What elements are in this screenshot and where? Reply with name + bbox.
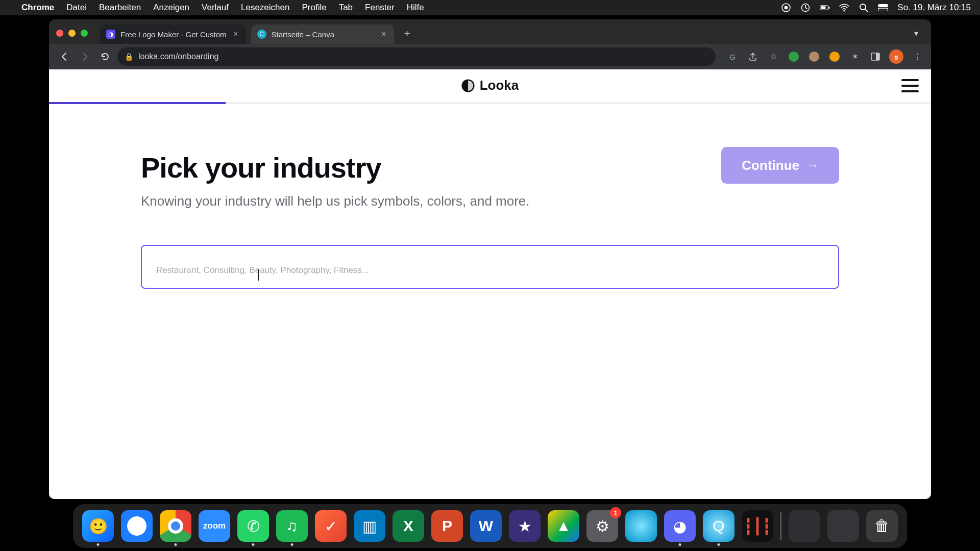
ppt-icon: P [442, 517, 452, 535]
tab-close-icon[interactable]: × [380, 30, 388, 38]
menu-fenster[interactable]: Fenster [365, 3, 395, 13]
dock-powerpoint[interactable]: P [431, 510, 463, 542]
dock-chrome[interactable] [160, 510, 191, 542]
spotlight-icon[interactable] [859, 3, 869, 13]
tab-favicon-looka-icon: ◑ [106, 30, 115, 39]
page-subtitle: Knowing your industry will help us pick … [141, 193, 839, 209]
imovie-icon: ★ [518, 517, 532, 535]
page-viewport: Looka Continue → Pick your industry Know… [49, 69, 931, 499]
battery-icon[interactable] [820, 3, 830, 13]
arrow-right-icon: → [806, 158, 819, 172]
looka-logo-icon [461, 79, 475, 92]
whatsapp-icon: ✆ [247, 517, 260, 535]
menubar-clock[interactable]: So. 19. März 10:15 [897, 3, 971, 13]
menu-anzeigen[interactable]: Anzeigen [153, 3, 189, 13]
dock-drive[interactable]: ▲ [548, 510, 579, 542]
browser-tab-active[interactable]: ◑ Free Logo Maker - Get Custom × [100, 24, 246, 44]
menu-tab[interactable]: Tab [339, 3, 353, 13]
spotify-icon: ♫ [286, 517, 298, 535]
svg-rect-4 [829, 7, 830, 9]
industry-input[interactable] [141, 245, 839, 289]
dock-safari[interactable] [121, 510, 153, 542]
menu-profile[interactable]: Profile [302, 3, 326, 13]
window-zoom-button[interactable] [81, 30, 88, 37]
tab-title: Free Logo Maker - Get Custom [120, 30, 227, 39]
control-center-icon[interactable] [878, 3, 888, 13]
menu-bearbeiten[interactable]: Bearbeiten [99, 3, 141, 13]
finder-icon: 🙂 [89, 517, 108, 535]
browser-tab-canva[interactable]: C Startseite – Canva × [251, 24, 394, 44]
word-icon: W [479, 517, 493, 535]
brand[interactable]: Looka [461, 78, 519, 93]
svg-rect-9 [878, 8, 888, 11]
dock-minimized-1[interactable] [789, 510, 820, 542]
dock-whatsapp[interactable]: ✆ [237, 510, 269, 542]
bookmark-star-icon[interactable]: ☆ [767, 50, 780, 63]
nav-forward-button[interactable] [77, 48, 93, 65]
dock-audio-app[interactable]: ┇┃┇ [742, 510, 773, 542]
industry-field-wrap [141, 245, 839, 289]
dock-blue-app[interactable] [625, 510, 657, 542]
extension-area: G ☆ ✶ s ⋮ [726, 49, 924, 64]
menubar-app-name[interactable]: Chrome [21, 3, 54, 13]
dock-trello[interactable]: ▥ [354, 510, 385, 542]
dock-separator [780, 512, 781, 540]
window-close-button[interactable] [56, 30, 63, 37]
dock-excel[interactable]: X [393, 510, 424, 542]
sidepanel-icon[interactable] [869, 50, 882, 63]
dock-settings[interactable]: ⚙1 [586, 510, 618, 542]
share-icon[interactable] [746, 50, 760, 63]
new-tab-button[interactable]: + [399, 26, 415, 42]
address-bar[interactable]: 🔒 looka.com/onboarding [117, 47, 716, 66]
extension-brown-icon[interactable] [807, 50, 821, 63]
todoist-icon: ✓ [325, 517, 337, 535]
screentime-icon[interactable] [800, 3, 811, 13]
wifi-icon[interactable] [839, 3, 849, 13]
svg-point-1 [785, 6, 788, 10]
dock-zoom[interactable]: zoom [199, 510, 230, 542]
tab-title: Startseite – Canva [272, 30, 375, 39]
trash-icon: 🗑 [874, 517, 890, 535]
mac-dock: 🙂 zoom ✆ ♫ ✓ ▥ X P W ★ ▲ ⚙1 ◕ Q ┇┃┇ 🗑 [73, 504, 907, 548]
dock-discord[interactable]: ◕ [664, 510, 696, 542]
dock-trash[interactable]: 🗑 [866, 510, 898, 542]
dock-finder[interactable]: 🙂 [82, 510, 114, 542]
waveform-icon: ┇┃┇ [744, 517, 771, 535]
translate-icon[interactable]: G [726, 50, 739, 63]
dock-quicktime[interactable]: Q [703, 510, 734, 542]
extension-green-icon[interactable] [787, 50, 800, 63]
menu-lesezeichen[interactable]: Lesezeichen [241, 3, 289, 13]
lock-icon: 🔒 [125, 53, 133, 61]
svg-rect-5 [821, 6, 826, 9]
continue-button[interactable]: Continue → [721, 147, 839, 184]
discord-icon: ◕ [673, 517, 687, 535]
reload-button[interactable] [97, 48, 113, 65]
gear-icon: ⚙ [596, 517, 609, 535]
profile-avatar[interactable]: s [889, 49, 903, 64]
mac-menubar: Chrome Datei Bearbeiten Anzeigen Verlauf… [0, 0, 980, 15]
tab-close-icon[interactable]: × [232, 30, 240, 38]
dock-minimized-2[interactable] [827, 510, 859, 542]
svg-rect-8 [878, 4, 888, 7]
menu-verlauf[interactable]: Verlauf [202, 3, 229, 13]
drive-icon: ▲ [556, 517, 571, 535]
chrome-menu-icon[interactable]: ⋮ [911, 50, 924, 63]
window-minimize-button[interactable] [68, 30, 76, 37]
extensions-puzzle-icon[interactable]: ✶ [848, 50, 862, 63]
menu-datei[interactable]: Datei [66, 3, 87, 13]
trello-icon: ▥ [362, 517, 377, 535]
excel-icon: X [403, 517, 413, 535]
dock-todoist[interactable]: ✓ [315, 510, 347, 542]
tab-strip: ◑ Free Logo Maker - Get Custom × C Start… [49, 19, 931, 44]
toolbar: 🔒 looka.com/onboarding G ☆ ✶ s ⋮ [49, 44, 931, 69]
nav-back-button[interactable] [56, 48, 72, 65]
menu-hilfe[interactable]: Hilfe [407, 3, 424, 13]
extension-orange-icon[interactable] [828, 50, 841, 63]
menu-button[interactable] [901, 79, 919, 92]
dock-word[interactable]: W [470, 510, 502, 542]
record-status-icon[interactable] [781, 3, 791, 13]
tab-overflow-icon[interactable]: ▾ [909, 26, 924, 41]
window-controls [56, 30, 88, 37]
dock-spotify[interactable]: ♫ [276, 510, 308, 542]
dock-imovie[interactable]: ★ [509, 510, 541, 542]
